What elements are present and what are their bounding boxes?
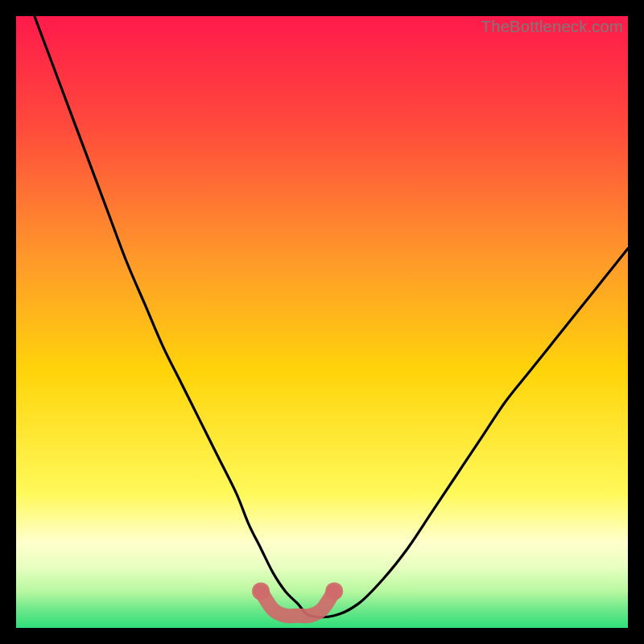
watermark-text: TheBottleneck.com: [481, 18, 623, 36]
marker-endpoint: [252, 582, 270, 600]
chart-frame: TheBottleneck.com: [16, 16, 628, 628]
marker-endpoint: [325, 582, 343, 600]
gradient-background: [16, 16, 628, 628]
bottleneck-plot: [16, 16, 628, 628]
